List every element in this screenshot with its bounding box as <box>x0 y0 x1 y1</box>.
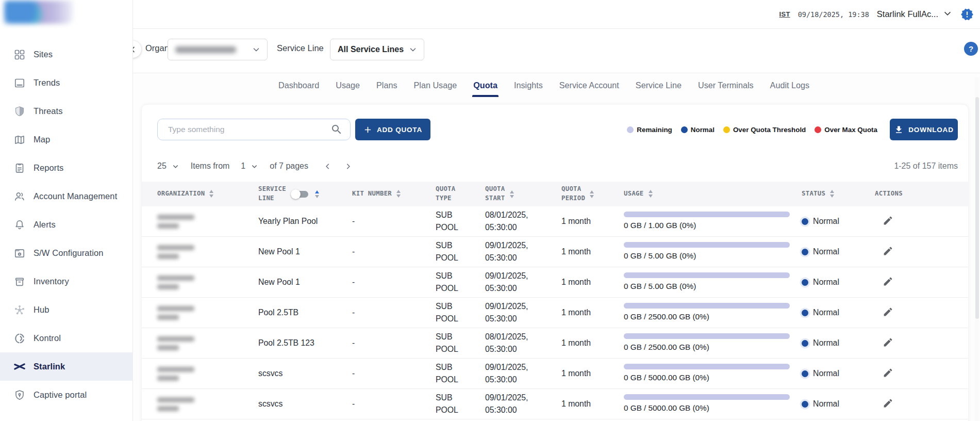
legend-item-over-quota-threshold: Over Quota Threshold <box>723 126 806 134</box>
sort-arrows-icon[interactable] <box>830 190 834 198</box>
usage-cell: 0 GB / 5000.00 GB (0%) <box>624 364 802 384</box>
items-from-label: Items from <box>191 161 230 171</box>
next-page-button[interactable] <box>342 160 354 172</box>
sidebar-item-starlink[interactable]: Starlink <box>0 352 133 381</box>
search-input[interactable] <box>158 125 330 134</box>
map-icon <box>13 134 26 146</box>
add-quota-button[interactable]: ADD QUOTA <box>355 119 430 140</box>
scrollbar[interactable] <box>975 77 979 421</box>
sort-arrows-icon[interactable] <box>649 190 653 198</box>
usage-cell: 0 GB / 5.00 GB (0%) <box>624 272 802 293</box>
quota-start-cell: 09/01/2025, 05:30:00 <box>485 239 561 264</box>
table-row: New Pool 1 - SUB POOL 09/01/2025, 05:30:… <box>142 237 968 267</box>
scrollbar-thumb[interactable] <box>975 97 979 319</box>
sidebar-item-inventory[interactable]: Inventory <box>0 267 133 296</box>
edit-quota-button[interactable] <box>881 306 894 319</box>
column-header-quota-start[interactable]: QUOTA START <box>485 185 561 203</box>
usage-label: 0 GB / 5.00 GB (0%) <box>624 281 792 293</box>
edit-quota-button[interactable] <box>881 367 894 380</box>
column-header-organization[interactable]: ORGANIZATION <box>157 189 258 199</box>
items-range-label: 1-25 of 157 items <box>894 161 958 171</box>
sidebar-item-alerts[interactable]: Alerts <box>0 211 133 239</box>
usage-bar <box>624 272 790 278</box>
tab-quota[interactable]: Quota <box>473 73 497 97</box>
datetime-label: 09/18/2025, 19:38 <box>798 10 869 19</box>
edit-quota-button[interactable] <box>881 245 894 258</box>
tab-usage[interactable]: Usage <box>336 73 360 97</box>
sidebar-item-map[interactable]: Map <box>0 125 133 154</box>
column-header-quota-period[interactable]: QUOTA PERIOD <box>561 185 624 203</box>
tab-audit-logs[interactable]: Audit Logs <box>770 73 810 97</box>
timezone-label[interactable]: IST <box>779 10 790 18</box>
sort-arrows-icon[interactable] <box>510 190 514 198</box>
usage-label: 0 GB / 2500.00 GB (0%) <box>624 342 792 353</box>
monitor-icon <box>13 77 26 89</box>
edit-quota-button[interactable] <box>881 336 894 350</box>
sidebar-item-s-w-configuration[interactable]: S/W Configuration <box>0 239 133 267</box>
column-header-kit-number[interactable]: KIT NUMBER <box>352 189 436 199</box>
status-cell: Normal <box>802 276 875 288</box>
sort-arrows-icon[interactable] <box>209 190 213 198</box>
sidebar-item-sites[interactable]: Sites <box>0 40 133 69</box>
hub-icon <box>13 304 26 316</box>
help-button[interactable]: ? <box>964 42 978 56</box>
service-line-toggle[interactable] <box>293 191 308 198</box>
service-line-select[interactable]: All Service Lines <box>330 39 424 60</box>
tab-plan-usage[interactable]: Plan Usage <box>414 73 457 97</box>
kit-number-cell: - <box>352 306 436 319</box>
tab-service-account[interactable]: Service Account <box>559 73 619 97</box>
table-row: New Pool 1 - SUB POOL 09/01/2025, 05:30:… <box>142 267 968 298</box>
sort-arrows-icon[interactable] <box>396 190 401 198</box>
organization-cell <box>157 397 258 411</box>
page-size-select[interactable]: 25 <box>157 161 179 171</box>
sidebar: Sites Trends Threats Map Reports Account… <box>0 0 133 421</box>
column-header-service-line[interactable]: SERVICE LINE <box>258 185 352 203</box>
sidebar-item-reports[interactable]: Reports <box>0 154 133 182</box>
edit-quota-button[interactable] <box>881 397 894 411</box>
account-menu[interactable]: Starlink FullAc... <box>877 8 953 21</box>
kit-number-cell: - <box>352 246 436 258</box>
service-line-cell: New Pool 1 <box>258 276 352 288</box>
column-header-actions: ACTIONS <box>875 189 968 199</box>
column-header-usage[interactable]: USAGE <box>624 189 802 199</box>
column-label: ACTIONS <box>875 189 903 199</box>
search-icon[interactable] <box>330 123 343 136</box>
sidebar-item-account-management[interactable]: Account Management <box>0 182 133 211</box>
tab-user-terminals[interactable]: User Terminals <box>698 73 754 97</box>
kit-number-cell: - <box>352 367 436 380</box>
status-cell: Normal <box>802 367 875 380</box>
usage-bar <box>624 303 790 309</box>
sort-arrows-icon[interactable] <box>590 190 594 198</box>
page-select[interactable]: 1 <box>241 161 258 171</box>
sidebar-item-captive-portal[interactable]: Captive portal <box>0 381 133 409</box>
sidebar-item-label: Sites <box>34 50 53 59</box>
table-row: scsvcs - SUB POOL 09/01/2025, 05:30:00 1… <box>142 359 968 389</box>
tab-dashboard[interactable]: Dashboard <box>278 73 319 97</box>
column-header-status[interactable]: STATUS <box>802 189 875 199</box>
new-releases-badge-icon[interactable] <box>960 8 974 21</box>
organization-cell <box>157 367 258 381</box>
usage-bar <box>624 242 790 248</box>
column-label: STATUS <box>802 189 825 199</box>
kit-number-cell: - <box>352 215 436 228</box>
download-button[interactable]: DOWNLOAD <box>890 119 958 140</box>
status-label: Normal <box>813 246 839 258</box>
sidebar-item-hub[interactable]: Hub <box>0 296 133 324</box>
sidebar-item-threats[interactable]: Threats <box>0 97 133 125</box>
usage-cell: 0 GB / 5.00 GB (0%) <box>624 242 802 262</box>
organization-select[interactable] <box>168 39 268 60</box>
status-dot-icon <box>802 401 808 408</box>
tab-service-line[interactable]: Service Line <box>636 73 682 97</box>
edit-quota-button[interactable] <box>881 276 894 289</box>
usage-cell: 0 GB / 5000.00 GB (0%) <box>624 394 802 414</box>
redacted-organization-name <box>157 336 249 350</box>
status-cell: Normal <box>802 337 875 349</box>
sort-arrows-icon[interactable] <box>315 190 319 198</box>
tab-insights[interactable]: Insights <box>514 73 543 97</box>
sidebar-item-kontrol[interactable]: Kontrol <box>0 324 133 352</box>
sidebar-item-trends[interactable]: Trends <box>0 69 133 97</box>
tab-plans[interactable]: Plans <box>376 73 397 97</box>
pencil-icon <box>883 215 893 228</box>
edit-quota-button[interactable] <box>881 215 894 228</box>
previous-page-button[interactable] <box>322 160 333 172</box>
